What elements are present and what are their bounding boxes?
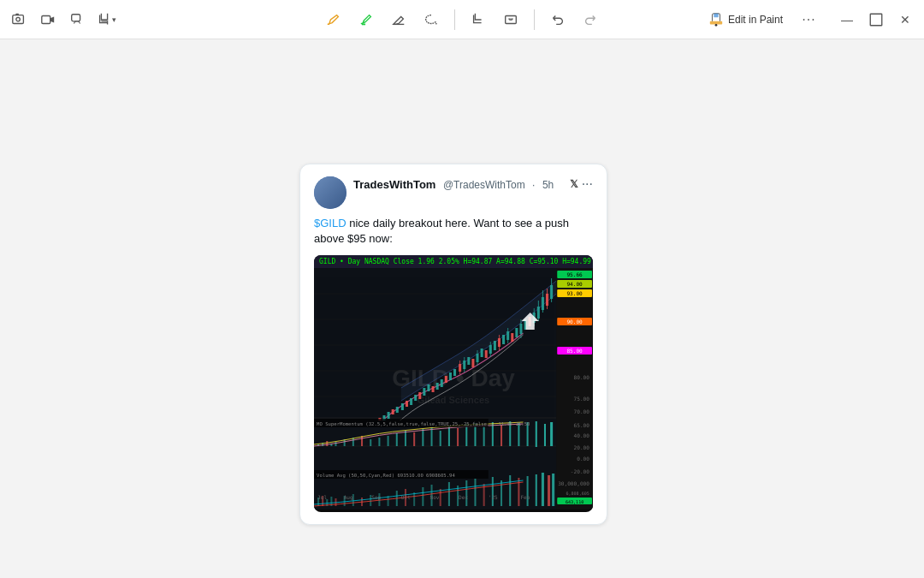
tweet-card: TradesWithTom @TradesWithTom · 5h 𝕏 ··· … bbox=[299, 164, 607, 525]
more-options-icon[interactable] bbox=[797, 8, 820, 32]
svg-rect-149 bbox=[536, 474, 537, 506]
svg-rect-97 bbox=[352, 438, 354, 446]
chart-body: GILD • Day Gilead Sciences bbox=[314, 268, 593, 509]
svg-text:643,110: 643,110 bbox=[566, 499, 583, 504]
svg-text:Aug: Aug bbox=[344, 494, 353, 501]
svg-rect-104 bbox=[413, 432, 415, 446]
svg-rect-0 bbox=[13, 15, 24, 23]
crop-dropdown-icon[interactable]: ▾ bbox=[94, 8, 118, 32]
undo-icon[interactable] bbox=[546, 8, 570, 32]
toolbar-left: ▾ bbox=[7, 8, 118, 32]
lasso-icon[interactable] bbox=[419, 8, 443, 32]
chart-container: GILD • Day NASDAQ Close 1.96 2.05% H=94.… bbox=[314, 255, 593, 512]
ballpoint-pen-icon[interactable] bbox=[322, 8, 346, 32]
svg-rect-40 bbox=[392, 409, 394, 414]
redo-icon[interactable] bbox=[578, 8, 602, 32]
svg-text:90.00: 90.00 bbox=[566, 319, 583, 325]
svg-text:75.00: 75.00 bbox=[574, 396, 590, 402]
main-area: TradesWithTom @TradesWithTom · 5h 𝕏 ··· … bbox=[0, 39, 924, 578]
svg-rect-8 bbox=[714, 13, 718, 16]
svg-rect-142 bbox=[474, 479, 476, 506]
tweet-body-text: nice daily breakout here. Want to see a … bbox=[314, 217, 569, 245]
svg-rect-13 bbox=[870, 14, 882, 26]
svg-rect-100 bbox=[378, 438, 380, 446]
ticker-symbol[interactable]: $GILD bbox=[314, 217, 346, 229]
svg-text:-20.00: -20.00 bbox=[571, 468, 589, 474]
svg-text:Jul: Jul bbox=[317, 494, 327, 500]
svg-rect-50 bbox=[436, 383, 439, 390]
svg-text:Sep: Sep bbox=[371, 494, 381, 501]
svg-point-1 bbox=[16, 17, 21, 21]
paint-icon bbox=[708, 12, 724, 27]
svg-rect-116 bbox=[518, 423, 519, 446]
toolbar-divider-2 bbox=[534, 9, 535, 30]
svg-text:Nov: Nov bbox=[429, 494, 439, 500]
svg-rect-138 bbox=[440, 489, 441, 506]
aspect-ratio-icon[interactable] bbox=[499, 8, 523, 32]
screenshot-icon[interactable] bbox=[7, 8, 31, 32]
edit-in-paint-button[interactable]: Edit in Paint bbox=[700, 9, 791, 31]
svg-rect-60 bbox=[471, 359, 474, 367]
tweet-timestamp: 5h bbox=[542, 179, 554, 191]
maximize-button[interactable] bbox=[864, 8, 888, 32]
svg-rect-6 bbox=[506, 15, 517, 23]
svg-rect-3 bbox=[42, 15, 50, 23]
svg-text:MO SuperMomentum (32.5,5,false: MO SuperMomentum (32.5,5,false,true,fals… bbox=[317, 421, 530, 427]
svg-rect-11 bbox=[808, 19, 809, 21]
svg-rect-44 bbox=[410, 398, 412, 405]
svg-rect-53 bbox=[449, 372, 452, 380]
svg-rect-103 bbox=[405, 431, 406, 446]
eraser-icon[interactable] bbox=[387, 8, 411, 32]
svg-rect-74 bbox=[515, 328, 518, 337]
svg-text:85.00: 85.00 bbox=[566, 348, 583, 354]
svg-text:30,000,000: 30,000,000 bbox=[558, 480, 589, 486]
svg-rect-106 bbox=[431, 427, 433, 446]
svg-rect-132 bbox=[388, 496, 389, 506]
tweet-user-info: TradesWithTom @TradesWithTom · 5h bbox=[353, 176, 570, 192]
svg-rect-41 bbox=[396, 407, 399, 413]
svg-rect-7 bbox=[710, 21, 722, 24]
svg-rect-120 bbox=[550, 422, 553, 446]
svg-rect-49 bbox=[432, 386, 435, 392]
toolbar-right: Edit in Paint — ✕ bbox=[700, 8, 917, 32]
svg-text:95.66: 95.66 bbox=[566, 271, 583, 277]
svg-rect-148 bbox=[527, 476, 529, 506]
svg-text:'25: '25 bbox=[489, 494, 498, 500]
tweet-handle: @TradesWithTom bbox=[443, 179, 525, 191]
crop-icon[interactable] bbox=[466, 8, 490, 32]
tweet-more-icon[interactable]: ··· bbox=[582, 176, 593, 192]
svg-rect-52 bbox=[445, 376, 447, 383]
svg-rect-54 bbox=[453, 369, 456, 376]
x-logo-badge: 𝕏 bbox=[570, 178, 578, 190]
svg-rect-114 bbox=[500, 425, 502, 446]
svg-rect-101 bbox=[388, 436, 389, 446]
svg-rect-107 bbox=[440, 431, 441, 446]
svg-text:Oct: Oct bbox=[401, 494, 411, 500]
minimize-button[interactable]: — bbox=[835, 8, 859, 32]
svg-rect-64 bbox=[485, 350, 488, 358]
tweet-username[interactable]: TradesWithTom bbox=[353, 178, 435, 191]
video-icon[interactable] bbox=[36, 8, 60, 32]
svg-rect-70 bbox=[502, 335, 505, 344]
svg-text:Feb: Feb bbox=[520, 494, 530, 500]
svg-rect-102 bbox=[396, 433, 398, 446]
svg-rect-67 bbox=[494, 341, 496, 350]
tweet-time: · bbox=[532, 179, 535, 191]
tweet-header: TradesWithTom @TradesWithTom · 5h 𝕏 ··· bbox=[314, 176, 593, 209]
highlighter-icon[interactable] bbox=[354, 8, 378, 32]
svg-text:80.00: 80.00 bbox=[574, 374, 590, 380]
chart-header-bar: GILD • Day NASDAQ Close 1.96 2.05% H=94.… bbox=[314, 255, 593, 268]
avatar bbox=[314, 176, 346, 209]
speech-icon[interactable] bbox=[65, 8, 89, 32]
svg-text:93.00: 93.00 bbox=[566, 290, 583, 296]
close-button[interactable]: ✕ bbox=[893, 8, 917, 32]
svg-rect-59 bbox=[467, 357, 470, 365]
chart-svg: 95.66 94.00 93.00 90.00 85.00 80.00 75.0… bbox=[314, 268, 593, 509]
svg-rect-141 bbox=[465, 480, 467, 506]
chart-header-text: GILD • Day NASDAQ Close 1.96 2.05% H=94.… bbox=[319, 258, 593, 265]
svg-rect-139 bbox=[448, 482, 450, 506]
svg-rect-12 bbox=[813, 19, 814, 21]
svg-rect-48 bbox=[427, 384, 429, 391]
svg-rect-39 bbox=[388, 412, 390, 419]
svg-rect-118 bbox=[536, 421, 537, 447]
